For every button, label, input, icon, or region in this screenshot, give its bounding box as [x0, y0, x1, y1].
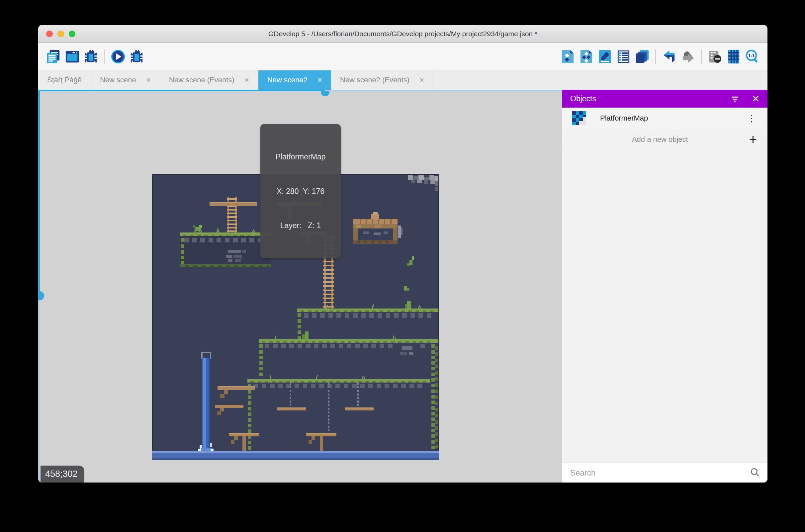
- add-object-label: Add a new object: [571, 135, 749, 144]
- grid-icon[interactable]: [724, 47, 743, 66]
- object-list-item-platformermap[interactable]: PlatformerMap ⋮: [562, 108, 767, 129]
- undo-icon[interactable]: [660, 47, 678, 66]
- debugger-icon[interactable]: [81, 47, 100, 66]
- layers-icon[interactable]: [633, 47, 651, 66]
- objects-panel-body: [562, 150, 767, 462]
- window-title: GDevelop 5 - /Users/florian/Documents/GD…: [38, 30, 767, 38]
- plus-icon[interactable]: +: [749, 133, 757, 146]
- properties-icon[interactable]: [595, 47, 614, 66]
- tab-close-icon[interactable]: ×: [146, 76, 151, 84]
- tab-label: New scene (Events): [169, 76, 234, 84]
- project-manager-icon[interactable]: [44, 47, 63, 66]
- tab-label: New scene: [100, 76, 136, 84]
- fullscreen-window-button[interactable]: [69, 31, 75, 37]
- toolbar-separator: [701, 49, 702, 64]
- tab-label: New scene2 (Events): [340, 76, 409, 84]
- vertical-split-handle[interactable]: [38, 291, 44, 300]
- tooltip-object-name: PlatformerMap: [264, 151, 338, 163]
- objects-panel-title: Objects: [570, 94, 596, 103]
- scene-editor-canvas[interactable]: PlatformerMap X: 280 Y: 176 Layer: Z: 1 …: [38, 90, 562, 482]
- filter-icon[interactable]: [730, 94, 740, 103]
- editor-highlight-border-top: [38, 90, 325, 91]
- tab-new-scene2-events[interactable]: New scene2 (Events)×: [331, 71, 434, 90]
- search-input[interactable]: [570, 468, 750, 478]
- search-icon[interactable]: [750, 467, 760, 479]
- objects-search-bar: [562, 462, 767, 482]
- scene-window-icon[interactable]: [63, 47, 81, 66]
- toolbar-separator: [655, 49, 656, 64]
- toolbar-separator: [104, 49, 104, 64]
- tab-new-scene-events[interactable]: New scene (Events)×: [160, 71, 258, 90]
- objects-panel: Objects ✕ PlatformerMap ⋮ Add a new obje…: [562, 90, 767, 482]
- tab-new-scene2[interactable]: New scene2×: [258, 71, 331, 90]
- editor-tabs: Śţàŕţ Ṕàĝē New scene× New scene (Events)…: [38, 71, 767, 90]
- tooltip-position: X: 280 Y: 176: [264, 186, 338, 197]
- gdevelop-window: GDevelop 5 - /Users/florian/Documents/GD…: [38, 25, 767, 482]
- object-groups-icon[interactable]: [577, 47, 595, 66]
- render-mask-icon[interactable]: [706, 47, 724, 66]
- editor-border-left: [38, 300, 40, 482]
- object-name-label: PlatformerMap: [600, 114, 648, 122]
- tab-close-icon[interactable]: ×: [419, 76, 424, 84]
- svg-text:1:1: 1:1: [748, 53, 754, 58]
- tab-start-page[interactable]: Śţàŕţ Ṕàĝē: [38, 71, 91, 90]
- horizontal-split-handle[interactable]: [321, 91, 329, 96]
- main-toolbar: 1:1: [38, 43, 767, 71]
- editor-highlight-border-left: [38, 90, 40, 293]
- minimize-window-button[interactable]: [57, 31, 64, 37]
- tab-close-icon[interactable]: ×: [318, 76, 322, 84]
- objects-panel-header: Objects ✕: [562, 90, 767, 108]
- tab-close-icon[interactable]: ×: [245, 76, 249, 84]
- instances-list-icon[interactable]: [614, 47, 633, 66]
- tab-label: New scene2: [267, 76, 308, 84]
- tab-label: Śţàŕţ Ṕàĝē: [47, 76, 82, 84]
- tooltip-layer: Layer: Z: 1: [264, 220, 338, 231]
- redo-icon[interactable]: [678, 47, 697, 66]
- close-window-button[interactable]: [46, 31, 53, 37]
- instance-tooltip: PlatformerMap X: 280 Y: 176 Layer: Z: 1: [261, 124, 341, 258]
- objects-editor-icon[interactable]: [558, 47, 577, 66]
- tilemap-thumbnail-icon: [572, 111, 586, 125]
- preview-play-icon[interactable]: [109, 47, 127, 66]
- close-icon[interactable]: ✕: [752, 93, 760, 104]
- cursor-coordinates-badge: 458;302: [40, 466, 84, 482]
- tab-new-scene[interactable]: New scene×: [91, 71, 160, 90]
- debug-preview-icon[interactable]: [127, 47, 146, 66]
- kebab-menu-icon[interactable]: ⋮: [742, 113, 762, 124]
- add-object-row[interactable]: Add a new object +: [562, 129, 767, 150]
- titlebar: GDevelop 5 - /Users/florian/Documents/GD…: [38, 25, 767, 43]
- editor-border-top: [325, 90, 562, 91]
- zoom-1-1-icon[interactable]: 1:1: [743, 47, 762, 66]
